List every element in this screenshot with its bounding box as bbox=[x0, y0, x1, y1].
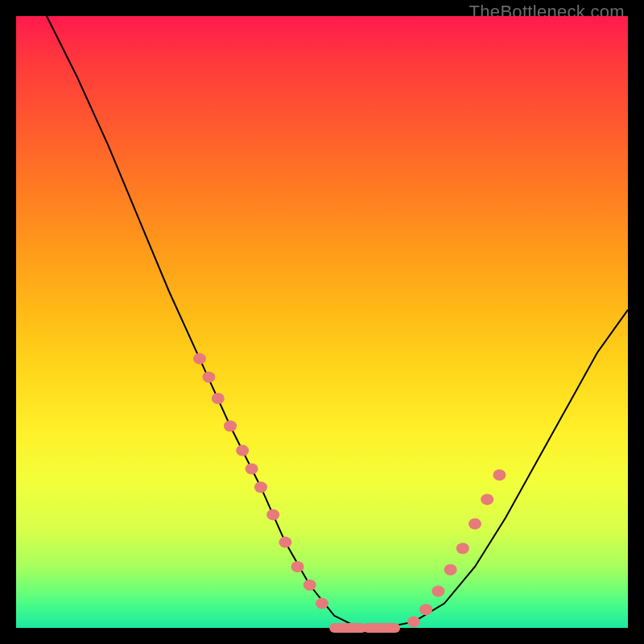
highlight-marker bbox=[212, 393, 225, 404]
chart-svg bbox=[16, 16, 628, 628]
highlight-marker bbox=[481, 493, 493, 505]
chart-container: TheBottleneck.com bbox=[0, 0, 644, 644]
highlight-marker bbox=[316, 598, 328, 609]
bottleneck-curve bbox=[47, 16, 628, 628]
highlight-marker bbox=[469, 518, 481, 530]
highlight-marker bbox=[493, 469, 506, 481]
highlight-marker bbox=[193, 353, 206, 365]
highlight-marker bbox=[224, 420, 237, 431]
highlight-marker bbox=[254, 481, 267, 493]
highlight-marker bbox=[303, 580, 316, 591]
curve-group bbox=[47, 16, 628, 628]
highlight-marker bbox=[444, 564, 457, 576]
highlight-marker bbox=[291, 561, 304, 572]
highlight-marker bbox=[419, 604, 432, 615]
highlight-marker bbox=[236, 445, 249, 456]
highlight-marker bbox=[279, 537, 291, 548]
highlight-marker bbox=[407, 616, 420, 627]
highlight-marker bbox=[202, 371, 215, 382]
highlight-marker bbox=[456, 543, 469, 554]
highlight-marker bbox=[266, 509, 279, 520]
highlight-marker bbox=[246, 463, 258, 474]
highlight-marker bbox=[431, 585, 444, 597]
